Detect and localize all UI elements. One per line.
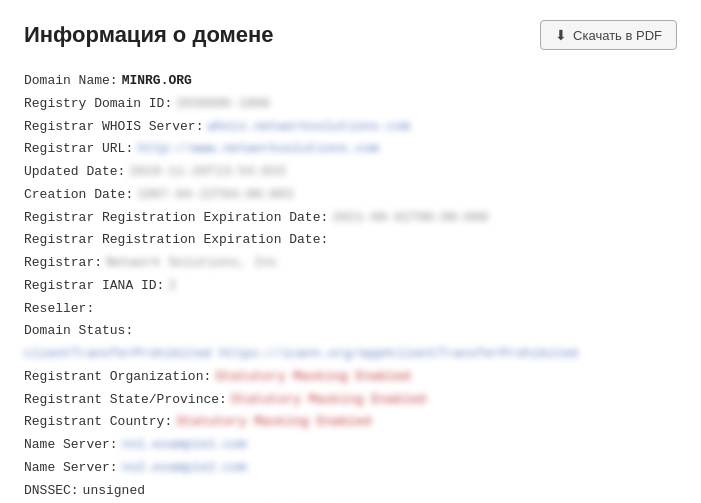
expiration-date-row1: Registrar Registration Expiration Date: … [24,207,677,230]
name-server1-value: ns1.example1.com [122,434,247,457]
registrant-state-row: Registrant State/Province: Statutory Mas… [24,389,677,412]
download-button-label: Скачать в PDF [573,28,662,43]
updated-date-row: Updated Date: 2019-11-20T13:54:033 [24,161,677,184]
registry-id-label: Registry Domain ID: [24,93,172,116]
registrar-value: Network Solutions, Inc [106,252,278,275]
dnssec-label: DNSSEC: [24,480,79,503]
domain-name-row: Domain Name: MINRG.ORG [24,70,677,93]
registrant-state-value: Statutory Masking Enabled [231,389,426,412]
creation-date-row: Creation Date: 1997-04-22T04:00:003 [24,184,677,207]
name-server1-row: Name Server: ns1.example1.com [24,434,677,457]
registrar-row: Registrar: Network Solutions, Inc [24,252,677,275]
download-pdf-button[interactable]: ⬇ Скачать в PDF [540,20,677,50]
domain-status-value: clientTransferProhibited https://icann.o… [24,343,578,366]
dnssec-row: DNSSEC: unsigned [24,480,677,503]
dnssec-value: unsigned [83,480,145,503]
name-server2-row: Name Server: ns2.example2.com [24,457,677,480]
registry-id-row: Registry Domain ID: 2038096-1808 [24,93,677,116]
registrant-country-value: Statutory Masking Enabled [176,411,371,434]
domain-status-label: Domain Status: [24,320,133,343]
page-title: Информация о домене [24,22,274,48]
updated-date-value: 2019-11-20T13:54:033 [129,161,285,184]
domain-name-label: Domain Name: [24,70,118,93]
registrant-org-label: Registrant Organization: [24,366,211,389]
registrant-country-label: Registrant Country: [24,411,172,434]
reseller-label: Reseller: [24,298,94,321]
registrar-url-label: Registrar URL: [24,138,133,161]
registrar-url-value: http://www.networksolutions.com [137,138,379,161]
expiration-date-value1: 2021-09-01T00:00:000 [332,207,488,230]
domain-name-value: MINRG.ORG [122,70,192,93]
creation-date-label: Creation Date: [24,184,133,207]
registry-id-value: 2038096-1808 [176,93,270,116]
download-icon: ⬇ [555,27,567,43]
whois-info-block: Domain Name: MINRG.ORG Registry Domain I… [24,70,677,503]
registrant-org-row: Registrant Organization: Statutory Maski… [24,366,677,389]
expiration-date-row2: Registrar Registration Expiration Date: [24,229,677,252]
domain-status-row: Domain Status: clientTransferProhibited … [24,320,677,366]
name-server2-label: Name Server: [24,457,118,480]
registrar-label: Registrar: [24,252,102,275]
registrant-country-row: Registrant Country: Statutory Masking En… [24,411,677,434]
expiration-date-label2: Registrar Registration Expiration Date: [24,229,328,252]
reseller-row: Reseller: [24,298,677,321]
name-server1-label: Name Server: [24,434,118,457]
iana-id-row: Registrar IANA ID: 2 [24,275,677,298]
creation-date-value: 1997-04-22T04:00:003 [137,184,293,207]
iana-id-label: Registrar IANA ID: [24,275,164,298]
registrar-whois-label: Registrar WHOIS Server: [24,116,203,139]
registrar-whois-row: Registrar WHOIS Server: whois.networksol… [24,116,677,139]
updated-date-label: Updated Date: [24,161,125,184]
expiration-date-label1: Registrar Registration Expiration Date: [24,207,328,230]
name-server2-value: ns2.example2.com [122,457,247,480]
registrar-url-row: Registrar URL: http://www.networksolutio… [24,138,677,161]
registrant-org-value: Statutory Masking Enabled [215,366,410,389]
iana-id-value: 2 [168,275,176,298]
registrant-state-label: Registrant State/Province: [24,389,227,412]
registrar-whois-value: whois.networksolutions.com [207,116,410,139]
page-header: Информация о домене ⬇ Скачать в PDF [24,20,677,50]
